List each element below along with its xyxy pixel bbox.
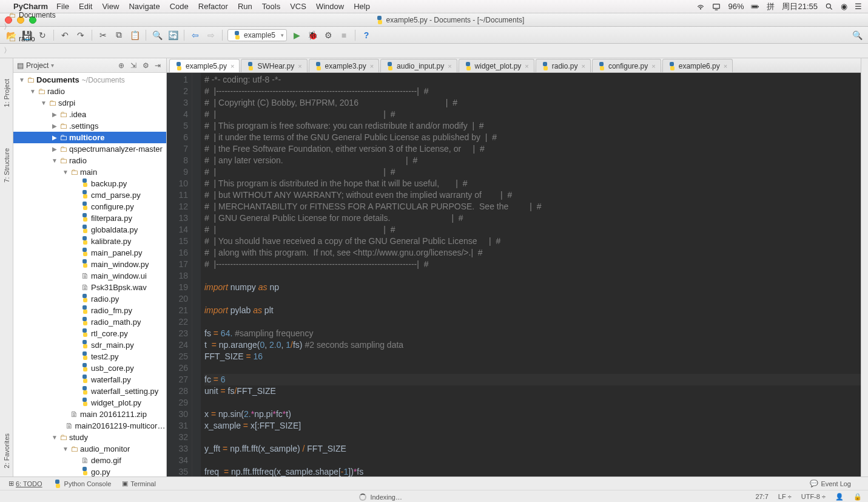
code-line[interactable] — [204, 293, 861, 305]
code-line[interactable]: # | You should have received a copy of t… — [204, 236, 861, 247]
tool-window-toggle-icon[interactable]: ⊞ — [6, 480, 16, 487]
code-line[interactable]: # | MERCHANTABILITY or FITNESS FOR A PAR… — [204, 201, 861, 212]
event-log-tab[interactable]: 💬 Event Log — [810, 480, 851, 487]
notifications-icon[interactable]: ☰ — [855, 2, 862, 11]
python-console-tab[interactable]: Python Console — [53, 480, 112, 488]
line-number-gutter[interactable]: 1234567891011121314151617181920212223242… — [167, 73, 192, 477]
menu-item-navigate[interactable]: Navigate — [129, 2, 160, 11]
terminal-tab[interactable]: ▣ Terminal — [122, 480, 156, 487]
editor-tab[interactable]: example6.py× — [662, 59, 733, 72]
collapse-all-icon[interactable]: ⇲ — [129, 61, 138, 70]
clock[interactable]: 周日21:55 — [782, 1, 818, 12]
tree-row[interactable]: main_window.py — [13, 259, 166, 270]
forward-button[interactable]: ⇨ — [205, 29, 217, 41]
expand-closed-icon[interactable]: ▶ — [51, 146, 58, 152]
expand-closed-icon[interactable]: ▶ — [51, 111, 58, 118]
tree-row[interactable]: kalibrate.py — [13, 236, 166, 247]
cut-button[interactable]: ✂ — [97, 29, 109, 41]
menu-item-run[interactable]: Run — [238, 2, 252, 11]
run-configuration-select[interactable]: example5 — [227, 29, 287, 41]
tree-row[interactable]: ▶🗀qspectrumanalyzer-master — [13, 143, 166, 155]
tree-row[interactable]: radio_fm.py — [13, 305, 166, 316]
stop-button[interactable]: ■ — [338, 29, 350, 41]
redo-button[interactable]: ↷ — [75, 29, 87, 41]
code-line[interactable]: x_sample = x[:FFT_SIZE] — [204, 420, 861, 432]
code-line[interactable]: fs = 64. #sampling frequency — [204, 328, 861, 339]
spotlight-icon[interactable] — [825, 2, 833, 11]
tree-row[interactable]: ▶🗀.idea — [13, 109, 166, 120]
expand-open-icon[interactable]: ▼ — [62, 169, 69, 175]
tree-row[interactable]: ▼🗀sdrpi — [13, 97, 166, 109]
code-line[interactable] — [204, 270, 861, 282]
battery-icon[interactable] — [751, 2, 759, 11]
code-line[interactable]: # | Copyright (C) Bobby, BH7PRM, 2016 | … — [204, 97, 861, 109]
menu-item-code[interactable]: Code — [170, 2, 189, 11]
menu-item-vcs[interactable]: VCS — [290, 2, 306, 11]
code-line[interactable]: import pylab as plt — [204, 305, 861, 316]
favorites-tool-tab[interactable]: 2: Favorites — [2, 431, 12, 470]
code-line[interactable]: # -*- coding: utf-8 -*- — [204, 74, 861, 86]
tree-row[interactable]: test2.py — [13, 351, 166, 362]
tree-row[interactable]: 🗎main 20161211.zip — [13, 409, 166, 420]
inspection-icon[interactable]: 👤 — [835, 493, 844, 501]
menu-item-tools[interactable]: Tools — [262, 2, 280, 11]
tree-row[interactable]: globaldata.py — [13, 224, 166, 236]
structure-tool-tab[interactable]: 7: Structure — [2, 146, 12, 185]
tree-row[interactable]: waterfall.py — [13, 374, 166, 385]
code-line[interactable] — [204, 316, 861, 328]
editor-tab[interactable]: SWHear.py× — [241, 59, 307, 72]
breadcrumb-item[interactable]: 🗀 Documents — [5, 8, 60, 22]
file-encoding[interactable]: UTF-8 ÷ — [801, 493, 826, 501]
expand-closed-icon[interactable]: ▶ — [51, 134, 58, 141]
code-line[interactable] — [204, 455, 861, 466]
tree-row[interactable]: cmd_parse.py — [13, 189, 166, 201]
tree-row[interactable]: ▼🗀main — [13, 166, 166, 178]
paste-button[interactable]: 📋 — [129, 29, 141, 41]
tree-row[interactable]: ▼🗀audio_monitor — [13, 443, 166, 455]
run-with-coverage-button[interactable]: ⚙ — [322, 29, 334, 41]
expand-open-icon[interactable]: ▼ — [40, 100, 47, 106]
project-tool-tab[interactable]: 1: Project — [2, 76, 12, 109]
copy-button[interactable]: ⧉ — [113, 29, 125, 41]
editor-tab[interactable]: radio.py× — [536, 59, 591, 72]
code-line[interactable]: freq = np.fft.fftfreq(x_sample.shape[-1]… — [204, 466, 861, 477]
code-line[interactable]: # | | # — [204, 166, 861, 178]
tree-row[interactable]: 🗎main20161219-multicore.zip — [13, 420, 166, 432]
tree-row[interactable]: rtl_core.py — [13, 328, 166, 339]
settings-icon[interactable]: ⚙ — [141, 61, 150, 70]
editor-tab[interactable]: example3.py× — [309, 59, 379, 72]
expand-open-icon[interactable]: ▼ — [62, 446, 69, 452]
tree-row[interactable]: waterfall_setting.py — [13, 385, 166, 397]
code-line[interactable]: # | | # — [204, 109, 861, 120]
code-line[interactable]: FFT_SIZE = 16 — [204, 351, 861, 362]
expand-closed-icon[interactable]: ▶ — [51, 123, 58, 129]
run-button[interactable]: ▶ — [291, 29, 303, 41]
code-line[interactable] — [204, 397, 861, 409]
expand-open-icon[interactable]: ▼ — [29, 88, 36, 95]
find-button[interactable]: 🔍 — [151, 29, 163, 41]
code-line[interactable]: # | This program is distributed in the h… — [204, 178, 861, 189]
fold-column[interactable] — [192, 73, 201, 477]
close-tab-icon[interactable]: × — [525, 63, 528, 70]
code-line[interactable]: fc = 6 — [204, 374, 861, 385]
close-tab-icon[interactable]: × — [370, 63, 374, 70]
code-line[interactable]: # | but WITHOUT ANY WARRANTY; without ev… — [204, 189, 861, 201]
tree-row[interactable]: radio.py — [13, 293, 166, 305]
menu-item-view[interactable]: View — [102, 2, 119, 11]
menu-item-edit[interactable]: Edit — [79, 2, 92, 11]
editor-tab[interactable]: widget_plot.py× — [459, 59, 534, 72]
tree-row[interactable]: 🗎main_window.ui — [13, 270, 166, 282]
code-line[interactable]: y_fft = np.fft.fft(x_sample) / FFT_SIZE — [204, 443, 861, 455]
input-method-icon[interactable]: 拼 — [767, 1, 775, 12]
code-line[interactable] — [204, 362, 861, 374]
tree-row[interactable]: main_panel.py — [13, 247, 166, 259]
caret-position[interactable]: 27:7 — [755, 493, 768, 501]
lock-icon[interactable]: 🔒 — [853, 493, 862, 501]
breadcrumb-item[interactable]: 🗀 radio — [5, 32, 60, 46]
autoscroll-icon[interactable]: ⊕ — [116, 61, 126, 70]
tree-row[interactable]: filterpara.py — [13, 212, 166, 224]
tree-row[interactable]: configure.py — [13, 201, 166, 212]
close-tab-icon[interactable]: × — [448, 63, 451, 70]
back-button[interactable]: ⇦ — [189, 29, 201, 41]
close-tab-icon[interactable]: × — [651, 63, 655, 70]
